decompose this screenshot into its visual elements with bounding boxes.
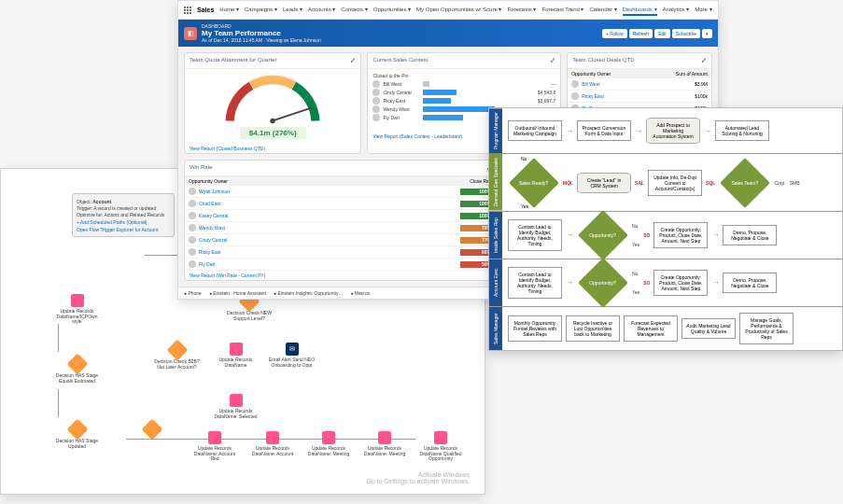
deals-row[interactable]: Ricky East$100k xyxy=(568,91,711,103)
dashboard-subtitle: As of Dec 14, 2018 11:45 AM · Viewing as… xyxy=(202,37,321,43)
nav-tab[interactable]: Leads ▾ xyxy=(283,4,302,16)
flow-update-node[interactable]: Update Records DataName: Account Red xyxy=(191,431,238,462)
avatar xyxy=(189,248,196,256)
process-step: Create Opportunity: Product, Close Date,… xyxy=(653,270,708,296)
nav-tab[interactable]: Campaigns ▾ xyxy=(245,4,277,16)
utility-tab[interactable]: ● Phone xyxy=(184,290,202,296)
process-decision: Opportunity? xyxy=(577,217,628,253)
diamond-icon xyxy=(141,419,162,441)
lbl-object: Object: xyxy=(77,199,91,204)
winrate-report-link[interactable]: View Report (Win Rate - Current FY) xyxy=(185,271,497,280)
nav-tab[interactable]: More ▾ xyxy=(695,4,711,16)
nav-tab[interactable]: Contacts ▾ xyxy=(341,4,367,16)
windows-watermark: Activate Windows Go to Settings to activ… xyxy=(367,471,471,484)
deals-name: Ricky East xyxy=(582,93,604,99)
flow-update-node[interactable]: Update Records DataName Qualified Opport… xyxy=(417,431,464,462)
lbl-trigger: Trigger: xyxy=(77,205,92,211)
quota-gauge xyxy=(221,74,324,125)
flow-update-node[interactable]: Update Records DataName/ICPOwn style xyxy=(51,294,103,325)
winrate-row[interactable]: Fly Dart50% xyxy=(185,259,497,271)
contest-val: $3,697.7 xyxy=(538,98,555,104)
contest-row: Cindy Central $4,543.8 xyxy=(372,89,555,96)
nav-tab[interactable]: My Open Opportunities w/ Score ▾ xyxy=(416,4,501,16)
deals-amt: $100k xyxy=(695,93,708,99)
card-expand-icon[interactable]: ⤢ xyxy=(350,57,356,64)
winrate-row[interactable]: Cindy Central77% xyxy=(185,234,497,246)
header-buttons: + FollowRefreshEditSubscribe▾ xyxy=(602,29,712,38)
nav-tab[interactable]: Dashboards ▾ xyxy=(623,4,657,16)
process-step: Contact Lead to Identify Budget, Authori… xyxy=(508,267,562,299)
flow-decision-node[interactable]: Decision HAS Stage Updated xyxy=(51,422,103,449)
flow-update-node[interactable]: Update Records DataName xyxy=(210,343,261,368)
edge-yes: Yes xyxy=(521,203,528,209)
link-add-path[interactable]: + Add Scheduled Paths (Optional) xyxy=(77,219,170,225)
edge-no: No xyxy=(632,223,639,229)
decision-label: Decision Check B2B? Not Later Account? xyxy=(151,359,203,370)
swimlane-content: Contact Lead to Identify Budget, Authori… xyxy=(502,259,842,306)
winrate-row[interactable]: Wendy West79% xyxy=(185,222,497,234)
header-button[interactable]: + Follow xyxy=(602,29,627,38)
flow-update-node[interactable]: Update Records DataName: Meeting xyxy=(361,431,408,456)
update-label: Update Records DataName xyxy=(210,357,261,368)
header-button[interactable]: Subscribe xyxy=(672,29,700,38)
flow-update-node[interactable]: Update Records DataName: Selected xyxy=(210,394,261,419)
update-records-icon xyxy=(71,294,84,307)
nav-tab[interactable]: Forecast Trend ▾ xyxy=(541,4,583,16)
svg-point-1 xyxy=(270,119,275,124)
winrate-row[interactable]: Wyatt Johnson100% xyxy=(185,186,497,198)
swimlane: Account ExecContact Lead to Identify Bud… xyxy=(489,259,842,307)
utility-tab[interactable]: ● Macros xyxy=(350,290,370,296)
process-tag: MQL xyxy=(563,180,573,186)
nav-tab[interactable]: Accounts ▾ xyxy=(308,4,335,16)
utility-tab[interactable]: ● Einstein · Home Assistant xyxy=(209,290,266,296)
nav-tab[interactable]: Opportunities ▾ xyxy=(373,4,411,16)
avatar xyxy=(372,105,380,113)
process-step: Monthly Opportunity Funnel Reviews with … xyxy=(508,315,562,342)
decision-label: Decision HAS Stage Updated xyxy=(51,439,103,449)
avatar xyxy=(372,114,380,121)
header-button[interactable]: Edit xyxy=(654,29,670,38)
winrate-row[interactable]: Kasey Central100% xyxy=(185,210,497,222)
winrate-name: Kasey Central xyxy=(199,213,228,218)
winrate-th: Opportunity Owner Close Rate xyxy=(185,176,497,186)
app-launcher-icon[interactable] xyxy=(184,7,191,14)
update-records-icon xyxy=(230,343,243,356)
winrate-row[interactable]: Ricky East60% xyxy=(185,246,497,259)
deals-row[interactable]: Bill West$3.9M xyxy=(568,78,711,91)
card-expand-icon[interactable]: ⤢ xyxy=(550,57,555,64)
process-decision: Sales Team? xyxy=(719,165,770,201)
swimlane-header: Demand Gen Specialist xyxy=(489,154,502,211)
process-step: Forecast Expected Revenues to Management xyxy=(624,315,678,342)
update-label: Update Records DataName Qualified Opport… xyxy=(417,446,464,462)
process-step: Demo, Propose, Negotiate & Close xyxy=(723,273,777,293)
flow-decision-node[interactable]: Decision HAS Stage Equals Estimated xyxy=(51,357,103,384)
flow-update-node[interactable]: Update Records DataName: Account xyxy=(249,431,296,456)
header-button[interactable]: ▾ xyxy=(702,29,712,38)
nav-tab[interactable]: Analytics ▾ xyxy=(663,4,690,16)
flow-email-node[interactable]: ✉ Email Alert Send NEO Onboarding to Opp… xyxy=(266,343,317,368)
winrate-name: Fly Dart xyxy=(199,261,216,267)
contest-val: $4,543.8 xyxy=(538,90,555,95)
nav-tab[interactable]: Home ▾ xyxy=(219,4,239,16)
quota-report-link[interactable]: View Report (Closed Business QTD) xyxy=(185,144,360,153)
flow-update-node[interactable]: Update Records DataName: Meeting xyxy=(305,431,352,456)
avatar xyxy=(189,224,196,231)
card-expand-icon[interactable]: ⤢ xyxy=(701,57,707,64)
watermark-line1: Activate Windows xyxy=(367,471,471,478)
app-name: Sales xyxy=(197,7,214,13)
flow-decision-node[interactable]: Decision Check B2B? Not Later Account? xyxy=(151,343,203,370)
nav-tab[interactable]: Calendar ▾ xyxy=(590,4,617,16)
winrate-row[interactable]: Chad East100% xyxy=(185,198,497,210)
quota-value: $4.1m (276%) xyxy=(240,127,306,139)
update-records-icon xyxy=(230,394,243,407)
avatar xyxy=(189,200,196,207)
update-records-icon xyxy=(208,431,221,444)
flow-decision-node[interactable] xyxy=(126,422,177,437)
winrate-name: Wyatt Johnson xyxy=(199,189,230,194)
avatar xyxy=(571,80,579,88)
link-trigger-explorer[interactable]: Open Flow Trigger Explorer for Account xyxy=(77,227,170,232)
nav-tab[interactable]: Forecasts ▾ xyxy=(507,4,536,16)
header-button[interactable]: Refresh xyxy=(629,29,653,38)
utility-tab[interactable]: ● Einstein Insights: Opportunity… xyxy=(274,290,343,296)
process-datastore: Add Prospect to Marketing Automation Sys… xyxy=(646,118,700,144)
